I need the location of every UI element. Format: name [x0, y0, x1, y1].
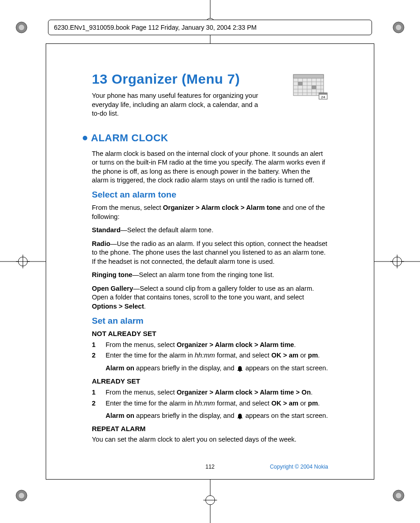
option-radio: Radio—Use the radio as an alarm. If you …	[92, 240, 328, 267]
followup-already-set: Alarm on appears briefly in the display,…	[92, 411, 328, 421]
crop-mark-icon	[199, 480, 222, 523]
svg-rect-23	[293, 75, 324, 78]
page-footer: 112 Copyright © 2004 Nokia	[92, 464, 328, 470]
svg-rect-34	[298, 82, 303, 85]
step: From the menus, select Organizer > Alarm…	[92, 388, 328, 398]
registration-mark-icon	[391, 488, 406, 503]
heading-already-set: ALREADY SET	[92, 377, 328, 385]
steps-not-set: From the menus, select Organizer > Alarm…	[92, 340, 328, 361]
calendar-icon: 24	[292, 74, 328, 100]
steps-already-set: From the menus, select Organizer > Alarm…	[92, 388, 328, 409]
svg-text:24: 24	[321, 95, 325, 99]
svg-rect-39	[239, 371, 240, 372]
step: From the menus, select Organizer > Alarm…	[92, 340, 328, 350]
svg-point-7	[396, 493, 401, 498]
crop-mark-icon	[0, 250, 46, 273]
alarm-clock-intro: The alarm clock is based on the internal…	[92, 149, 328, 185]
option-ringing: Ringing tone—Select an alarm tone from t…	[92, 271, 328, 280]
option-gallery: Open Gallery—Select a sound clip from a …	[92, 284, 328, 311]
bell-icon	[236, 413, 244, 419]
section-heading-alarm-clock: ALARM CLOCK	[91, 132, 168, 144]
page-frame: 13 Organizer (Menu 7) Your phone has man…	[46, 43, 374, 480]
copyright-text: Copyright © 2004 Nokia	[250, 464, 328, 470]
sub-heading-set-alarm: Set an alarm	[92, 316, 328, 326]
svg-rect-35	[312, 85, 316, 89]
registration-mark-icon	[391, 20, 406, 35]
step: Enter the time for the alarm in hh:mm fo…	[92, 351, 328, 361]
sub-heading-select-tone: Select an alarm tone	[92, 190, 328, 200]
repeat-alarm-body: You can set the alarm clock to alert you…	[92, 435, 328, 444]
book-info-tag: 6230.ENv1_9310059.book Page 112 Friday, …	[48, 20, 372, 35]
svg-point-1	[19, 25, 24, 30]
svg-rect-37	[319, 93, 327, 95]
heading-repeat-alarm: REPEAT ALARM	[92, 425, 328, 432]
step: Enter the time for the alarm in hh:mm fo…	[92, 399, 328, 409]
bullet-icon	[83, 136, 87, 140]
crop-mark-icon	[374, 250, 420, 273]
chapter-intro: Your phone has many useful features for …	[92, 91, 266, 118]
chapter-title: 13 Organizer (Menu 7)	[92, 71, 266, 87]
svg-point-5	[19, 493, 24, 498]
page-content: 13 Organizer (Menu 7) Your phone has man…	[92, 71, 328, 456]
svg-rect-40	[239, 418, 240, 419]
registration-mark-icon	[14, 20, 29, 35]
registration-mark-icon	[14, 488, 29, 503]
heading-not-already-set: NOT ALREADY SET	[92, 330, 328, 337]
option-standard: Standard—Select the default alarm tone.	[92, 226, 328, 235]
page-number: 112	[170, 464, 249, 470]
select-tone-intro: From the menus, select Organizer > Alarm…	[92, 203, 328, 221]
followup-not-set: Alarm on appears briefly in the display,…	[92, 363, 328, 374]
svg-point-3	[396, 25, 401, 30]
bell-icon	[236, 365, 244, 372]
